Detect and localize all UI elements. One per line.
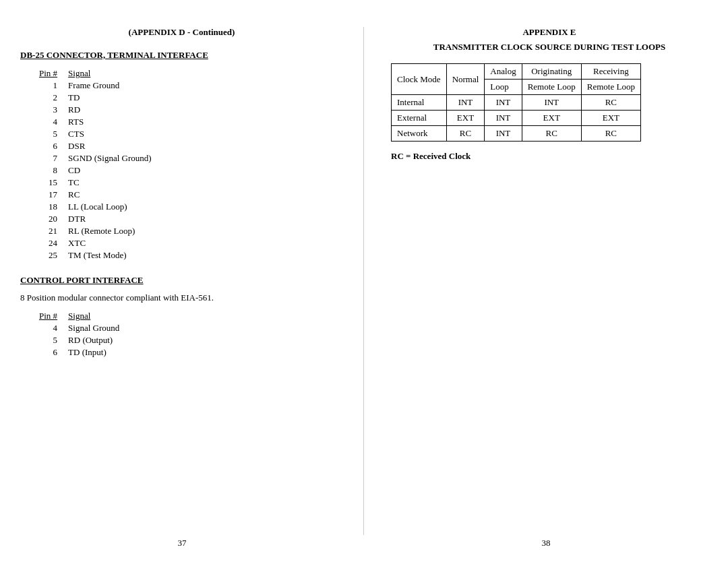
- table-row: EXT: [581, 111, 640, 126]
- page-footer: 37 38: [0, 538, 728, 549]
- table-row: LL (Local Loop): [63, 201, 157, 213]
- table-row: SGND (Signal Ground): [63, 152, 157, 164]
- table-row: RTS: [63, 116, 157, 128]
- appendix-e-title: APPENDIX E: [391, 27, 708, 38]
- table-row: CD: [63, 164, 157, 177]
- table-row: DTR: [63, 213, 157, 225]
- table-row: 15: [34, 177, 63, 189]
- table-row: RD (Output): [63, 334, 125, 346]
- table-row: INT: [522, 95, 581, 111]
- signal-col-header: Signal: [63, 67, 157, 80]
- table-row: RC: [581, 126, 640, 142]
- table-row: Frame Ground: [63, 80, 157, 92]
- receiving-bot-header: Remote Loop: [581, 80, 640, 95]
- table-row: INT: [485, 126, 522, 142]
- appendix-e-subtitle: TRANSMITTER CLOCK SOURCE DURING TEST LOO…: [391, 42, 708, 53]
- table-row: 18: [34, 201, 63, 213]
- table-row: External: [392, 111, 447, 126]
- table-row: RC: [446, 126, 485, 142]
- table-row: DSR: [63, 140, 157, 152]
- table-row: 8: [34, 164, 63, 177]
- control-port-title: CONTROL PORT INTERFACE: [20, 275, 343, 286]
- table-row: Signal Ground: [63, 322, 125, 334]
- table-row: 21: [34, 225, 63, 237]
- table-row: 17: [34, 189, 63, 201]
- normal-header: Normal: [446, 64, 485, 95]
- table-row: 5: [34, 334, 63, 346]
- table-row: Internal: [392, 95, 447, 111]
- table-row: TM (Test Mode): [63, 249, 157, 261]
- control-pin-header: Pin #: [34, 310, 63, 322]
- clock-table: Clock Mode Normal Analog Originating Rec…: [391, 63, 641, 142]
- table-row: RC: [581, 95, 640, 111]
- db25-pin-table: Pin # Signal 1Frame Ground2TD3RD4RTS5CTS…: [34, 67, 343, 261]
- appendix-d-header: (APPENDIX D - Continued): [20, 27, 343, 38]
- control-pin-table: Pin # Signal 4Signal Ground5RD (Output)6…: [34, 310, 343, 358]
- table-row: RD: [63, 104, 157, 116]
- table-row: INT: [446, 95, 485, 111]
- table-row: RL (Remote Loop): [63, 225, 157, 237]
- table-row: 4: [34, 322, 63, 334]
- page-number-right: 38: [542, 538, 551, 549]
- table-row: TD (Input): [63, 346, 125, 358]
- page-number-left: 37: [178, 538, 187, 549]
- analog-top-header: Analog: [485, 64, 522, 80]
- table-row: 1: [34, 80, 63, 92]
- table-row: 20: [34, 213, 63, 225]
- table-row: EXT: [522, 111, 581, 126]
- analog-bot-header: Loop: [485, 80, 522, 95]
- table-row: XTC: [63, 237, 157, 249]
- table-row: 3: [34, 104, 63, 116]
- table-row: EXT: [446, 111, 485, 126]
- db25-title: DB-25 CONNECTOR, TERMINAL INTERFACE: [20, 50, 343, 61]
- rc-note: RC = Received Clock: [391, 151, 708, 162]
- table-row: INT: [485, 111, 522, 126]
- table-row: 6: [34, 140, 63, 152]
- clock-mode-header: Clock Mode: [392, 64, 447, 95]
- table-row: 4: [34, 116, 63, 128]
- originating-bot-header: Remote Loop: [522, 80, 581, 95]
- table-row: CTS: [63, 128, 157, 140]
- table-row: 25: [34, 249, 63, 261]
- table-row: INT: [485, 95, 522, 111]
- table-row: TC: [63, 177, 157, 189]
- table-row: 5: [34, 128, 63, 140]
- control-port-desc: 8 Position modular connector compliant w…: [20, 292, 343, 303]
- pin-col-header: Pin #: [34, 67, 63, 80]
- receiving-top-header: Receiving: [581, 64, 640, 80]
- table-row: RC: [522, 126, 581, 142]
- control-signal-header: Signal: [63, 310, 125, 322]
- table-row: RC: [63, 189, 157, 201]
- right-column: APPENDIX E TRANSMITTER CLOCK SOURCE DURI…: [364, 27, 708, 535]
- table-row: 2: [34, 92, 63, 104]
- table-row: 6: [34, 346, 63, 358]
- table-row: Network: [392, 126, 447, 142]
- table-row: 24: [34, 237, 63, 249]
- control-port-section: CONTROL PORT INTERFACE 8 Position modula…: [20, 275, 343, 358]
- table-row: 7: [34, 152, 63, 164]
- left-column: (APPENDIX D - Continued) DB-25 CONNECTOR…: [20, 27, 364, 535]
- originating-top-header: Originating: [522, 64, 581, 80]
- table-row: TD: [63, 92, 157, 104]
